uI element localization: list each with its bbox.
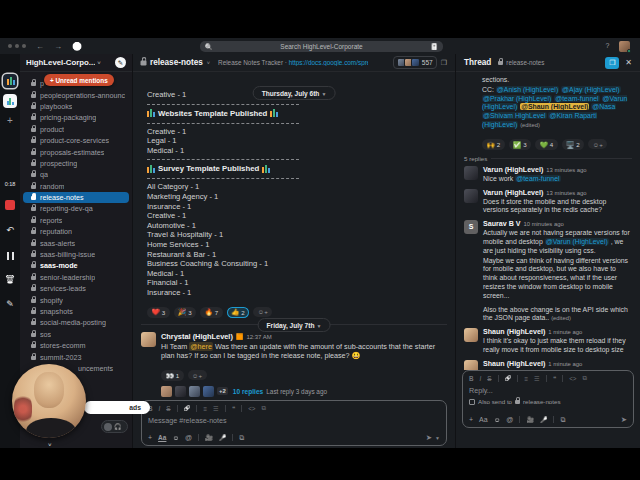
blockquote-icon[interactable]: ❝ xyxy=(232,405,235,412)
strikethrough-icon[interactable]: S xyxy=(487,375,491,382)
reaction-pill[interactable]: ✅3 xyxy=(509,139,532,150)
reply-author[interactable]: Shaun (HighLevel) xyxy=(483,328,545,336)
channel-topic[interactable]: Release Notes Tracker · https://docs.goo… xyxy=(218,59,368,66)
sidebar-channel-sos[interactable]: sos xyxy=(23,329,129,340)
shortcuts-icon[interactable]: ⧉ xyxy=(239,434,244,442)
formatting-icon[interactable]: Aa xyxy=(479,416,488,423)
code-icon[interactable]: <> xyxy=(569,375,576,382)
add-reaction-button[interactable]: ☺+ xyxy=(588,139,607,149)
mention[interactable]: @Shivam HighLevel xyxy=(482,112,547,119)
workspace-icon-highlevel[interactable] xyxy=(3,74,17,88)
sidebar-channel-release-notes[interactable]: release-notes xyxy=(23,192,129,203)
sidebar-channel-stores-ecomm[interactable]: stores-ecomm xyxy=(23,340,129,351)
canvas-icon[interactable]: ❐ xyxy=(441,59,447,67)
sidebar-channel-product-core-services[interactable]: product-core-services xyxy=(23,135,129,146)
italic-icon[interactable]: I xyxy=(159,405,161,412)
delete-recording-icon[interactable]: 🗑️ xyxy=(4,274,16,286)
history-icon[interactable]: 🕘 xyxy=(72,42,82,51)
close-icon[interactable]: ✕ xyxy=(625,58,632,67)
back-icon[interactable]: ← xyxy=(36,42,44,51)
sidebar-channel-social-media-posting[interactable]: social-media-posting xyxy=(23,317,129,328)
send-button[interactable]: ➤▼ xyxy=(426,433,440,442)
ordered-list-icon[interactable]: ≡ xyxy=(524,375,528,382)
sidebar-channel-reputation[interactable]: reputation xyxy=(23,226,129,237)
italic-icon[interactable]: I xyxy=(480,375,482,382)
sidebar-channel-proposals-estimates[interactable]: proposals-estimates xyxy=(23,146,129,157)
video-icon[interactable]: 🎥 xyxy=(526,416,534,423)
mention[interactable]: @Ajay (HighLevel) xyxy=(561,86,621,93)
filter-icon[interactable]: 🎚️ xyxy=(431,43,439,50)
bullet-list-icon[interactable]: ☰ xyxy=(213,405,219,412)
link-icon[interactable]: 🔗 xyxy=(505,375,512,381)
reaction-pill[interactable]: 💚4 xyxy=(535,139,558,150)
mention[interactable]: @Anish (HighLevel) xyxy=(496,86,559,93)
sidebar-channel-services-leads[interactable]: services-leads xyxy=(23,283,129,294)
date-divider-pill[interactable]: Thursday, July 6th▼ xyxy=(253,86,336,100)
workspace-name[interactable]: HighLevel-Corpo... xyxy=(26,58,95,67)
video-icon[interactable]: 🎥 xyxy=(205,434,213,441)
code-block-icon[interactable]: ⧉ xyxy=(582,374,587,382)
unread-mentions-pill[interactable]: + Unread mentions xyxy=(44,74,114,86)
avatar[interactable] xyxy=(464,166,478,180)
mention[interactable]: @Varun (HighLevel) xyxy=(545,238,609,245)
reply-author[interactable]: Varun (HighLevel) xyxy=(483,166,543,174)
sidebar-channel-saas-billing-issue[interactable]: saas-billing-issue xyxy=(23,249,129,260)
sidebar-channel-snapshots[interactable]: snapshots xyxy=(23,306,129,317)
sidebar-channel-peopleoperations-announc...[interactable]: peopleoperations-announc... xyxy=(23,89,129,100)
huddle-toggle[interactable]: 🎧 xyxy=(101,420,128,433)
avatar[interactable] xyxy=(141,332,156,347)
send-button[interactable]: ➤ xyxy=(621,415,627,424)
restart-recording-icon[interactable]: ↶ xyxy=(4,224,16,236)
channel-name[interactable]: release-notes xyxy=(150,58,203,67)
reaction-pill[interactable]: ❤️3 xyxy=(147,307,170,318)
reply-timestamp[interactable]: 13 minutes ago xyxy=(546,190,586,196)
add-reaction-button[interactable]: ☺+ xyxy=(188,370,207,380)
workspace-icon-secondary[interactable] xyxy=(3,94,17,108)
here-mention[interactable]: @here xyxy=(189,342,213,351)
forward-icon[interactable]: → xyxy=(54,42,62,51)
formatting-icon[interactable]: Aa xyxy=(158,434,166,441)
reaction-pill[interactable]: 🔥7 xyxy=(200,307,223,318)
sidebar-channel-random[interactable]: random xyxy=(23,181,129,192)
code-block-icon[interactable]: ⧉ xyxy=(261,404,266,412)
mention-icon[interactable]: @ xyxy=(506,416,513,423)
ordered-list-icon[interactable]: ≡ xyxy=(203,405,207,412)
reaction-pill[interactable]: 🎉3 xyxy=(174,307,197,318)
sidebar-channel-reporting-dev-qa[interactable]: reporting-dev-qa xyxy=(23,203,129,214)
message-input[interactable]: Message #release-notes xyxy=(148,416,440,425)
attach-plus-icon[interactable]: + xyxy=(469,416,473,423)
search-input[interactable]: 🔍 Search HighLevel-Corporate 🎚️ xyxy=(200,41,443,52)
help-icon[interactable]: ? xyxy=(603,41,612,50)
sidebar-channel-saas-mode[interactable]: saas-mode xyxy=(23,260,129,271)
add-reaction-button[interactable]: ☺+ xyxy=(253,307,272,317)
code-icon[interactable]: <> xyxy=(248,405,255,412)
reaction-pill[interactable]: 🙌2 xyxy=(482,139,505,150)
date-divider-pill[interactable]: Friday, July 7th▼ xyxy=(258,318,331,332)
thread-summary-bar[interactable]: +2 10 replies Last reply 3 days ago xyxy=(161,386,447,397)
stop-recording-button[interactable] xyxy=(5,200,15,210)
reaction-pill[interactable]: 👍2 xyxy=(227,307,250,318)
webcam-bubble[interactable] xyxy=(12,364,86,438)
traffic-lights[interactable] xyxy=(8,44,26,48)
mention[interactable]: @team-funnel xyxy=(515,175,560,182)
sidebar-channel-shopify[interactable]: shopify xyxy=(23,294,129,305)
sidebar-channel-prospecting[interactable]: prospecting xyxy=(23,158,129,169)
link-icon[interactable]: 🔗 xyxy=(184,405,191,411)
reaction-pill[interactable]: 🖥️2 xyxy=(562,139,585,150)
pause-recording-icon[interactable] xyxy=(4,250,16,262)
message-timestamp[interactable]: 12:37 AM xyxy=(246,334,271,340)
emoji-icon[interactable]: ☺ xyxy=(172,434,179,441)
attach-plus-icon[interactable]: + xyxy=(148,434,152,441)
sidebar-channel-reports[interactable]: reports xyxy=(23,215,129,226)
reaction-pill[interactable]: 👀1 xyxy=(161,370,184,381)
sidebar-channel-product[interactable]: product xyxy=(23,124,129,135)
reply-timestamp[interactable]: 1 minute ago xyxy=(548,361,582,367)
reply-author[interactable]: Saurav B V xyxy=(483,220,520,228)
avatar[interactable] xyxy=(464,328,478,342)
reply-author[interactable]: Varun (HighLevel) xyxy=(483,189,543,197)
sidebar-channel-senior-leadership[interactable]: senior-leadership xyxy=(23,272,129,283)
sidebar-channel-saas-alerts[interactable]: saas-alerts xyxy=(23,237,129,248)
draw-pen-icon[interactable]: ✎ xyxy=(4,298,16,310)
shortcuts-icon[interactable]: ⧉ xyxy=(560,416,565,424)
mention[interactable]: @Nasa xyxy=(591,103,616,110)
